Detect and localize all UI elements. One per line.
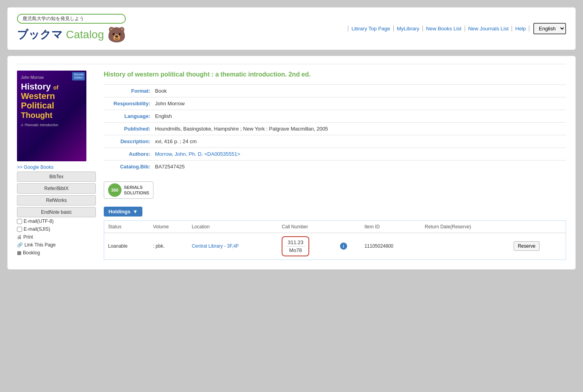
booklog-icon: ▦ (17, 250, 21, 256)
call-number-box: 311.23 Mo78 (282, 236, 309, 256)
published-row: Published: Houndmills, Basingstoke, Hamp… (104, 122, 566, 135)
email-sjis-label: E-mail(SJIS) (24, 226, 50, 232)
email-sjis-row[interactable]: E-mail(SJIS) (17, 225, 96, 233)
responsibility-label: Responsibility: (104, 97, 155, 110)
language-row: Language: English (104, 110, 566, 122)
metadata-table: Format: Book Responsibility: John Morrow… (104, 84, 566, 173)
logo-area: 鹿児島大学の知を発見しよう ブックマCatalog 🐻 (17, 14, 126, 43)
catalog-bib-value: BA72547425 (155, 160, 566, 173)
nav-mylibrary[interactable]: MyLibrary (394, 26, 423, 32)
email-sjis-checkbox[interactable] (17, 227, 22, 232)
description-label: Description: (104, 135, 155, 147)
authors-link[interactable]: Morrow, John, Ph. D. <DA00535551> (155, 151, 240, 157)
logo-text: ブックマ (17, 27, 63, 42)
col-call-number: Call Number (278, 220, 336, 233)
refer-bibix-button[interactable]: Refer/BibIX (17, 183, 96, 194)
link-icon: 🔗 (17, 242, 23, 248)
email-utf8-checkbox[interactable] (17, 219, 22, 224)
description-value: xvi, 416 p. ; 24 cm (155, 135, 566, 147)
call-number-line2: Mo78 (286, 246, 305, 254)
logo-bear-icon: 🐻 (107, 26, 126, 43)
bibtex-button[interactable]: BibTex (17, 172, 96, 182)
published-value: Houndmills, Basingstoke, Hampshire ; New… (155, 122, 566, 135)
book-cover-political: Political (21, 101, 54, 110)
nav-new-books[interactable]: New Books List (423, 26, 465, 32)
header-card: 鹿児島大学の知を発見しよう ブックマCatalog 🐻 Library Top … (7, 7, 576, 50)
book-cover-thought: Thought (21, 111, 52, 120)
print-label: Print (23, 234, 33, 240)
serials-circle: 360 (108, 183, 121, 197)
format-row: Format: Book (104, 84, 566, 97)
format-label: Format: (104, 84, 155, 97)
booklog-label: Booklog (23, 250, 40, 256)
book-cover-tagline: A Thematic Introduction (21, 123, 58, 127)
holdings-volume: : pbk. (149, 233, 188, 259)
holdings-header[interactable]: Holdings ▼ (104, 207, 142, 217)
description-row: Description: xvi, 416 p. ; 24 cm (104, 135, 566, 147)
detail-area: History of western political thought : a… (104, 71, 566, 260)
book-cover: Second Edition John Morrow History of We… (17, 71, 86, 161)
endnote-basic-button[interactable]: EndNote basic (17, 207, 96, 217)
serials-text: SERIALS SOLUTIONS (124, 185, 149, 196)
col-action (510, 220, 566, 233)
language-select[interactable]: English 日本語 (533, 23, 566, 34)
reserve-button[interactable]: Reserve (514, 241, 540, 251)
nav-library-top[interactable]: Library Top Page (348, 26, 394, 32)
link-this-page-row[interactable]: 🔗 Link This Page (17, 241, 96, 249)
call-number-line1: 311.23 (286, 239, 305, 246)
booklog-row[interactable]: ▦ Booklog (17, 249, 96, 257)
book-cover-badge: Second Edition (72, 72, 85, 80)
info-icon[interactable]: i (340, 243, 347, 250)
authors-label: Authors: (104, 147, 155, 160)
location-link[interactable]: Central Library - 3F,4F (192, 243, 239, 249)
content-area: Second Edition John Morrow History of We… (17, 71, 566, 260)
language-value: English (155, 110, 566, 122)
col-location: Location (188, 220, 278, 233)
link-this-page-label: Link This Page (24, 242, 56, 248)
book-title-heading: History of western political thought : a… (104, 71, 566, 79)
authors-row: Authors: Morrow, John, Ph. D. <DA0053555… (104, 147, 566, 160)
language-label: Language: (104, 110, 155, 122)
holdings-item-id: 11105024800 (361, 233, 421, 259)
col-return-date: Return Date(Reserve) (421, 220, 510, 233)
authors-value: Morrow, John, Ph. D. <DA00535551> (155, 147, 566, 160)
book-cover-author: John Morrow (21, 75, 44, 80)
logo-bubble: 鹿児島大学の知を発見しよう (17, 14, 126, 24)
catalog-bib-row: Catalog.Bib: BA72547425 (104, 160, 566, 173)
format-value: Book (155, 84, 566, 97)
catalog-bib-label: Catalog.Bib: (104, 160, 155, 173)
email-utf8-row[interactable]: E-mail(UTF-8) (17, 217, 96, 225)
col-item-id: Item ID (361, 220, 421, 233)
nav-help[interactable]: Help (512, 26, 529, 32)
main-card: Second Edition John Morrow History of We… (7, 56, 576, 270)
holdings-info-icon-cell: i (336, 233, 361, 259)
published-label: Published: (104, 122, 155, 135)
holdings-dropdown-icon: ▼ (133, 209, 138, 215)
logo-catalog: Catalog (66, 28, 104, 41)
serials-solutions-button[interactable]: 360 SERIALS SOLUTIONS (104, 181, 153, 199)
holdings-row: Loanable : pbk. Central Library - 3F,4F … (104, 233, 566, 259)
refworks-button[interactable]: RefWorks (17, 195, 96, 205)
holdings-return-date (421, 233, 510, 259)
print-row[interactable]: 🖨 Print (17, 233, 96, 241)
book-cover-subtitle: Western (21, 91, 55, 101)
header-nav: Library Top Page MyLibrary New Books Lis… (348, 23, 566, 34)
holdings-status: Loanable (104, 233, 149, 259)
responsibility-value: John Morrow (155, 97, 566, 110)
holdings-call-number-cell: 311.23 Mo78 (278, 233, 336, 259)
holdings-location: Central Library - 3F,4F (188, 233, 278, 259)
holdings-header-row: Status Volume Location Call Number Item … (104, 220, 566, 233)
book-cover-title: History of (21, 82, 58, 91)
col-volume: Volume (149, 220, 188, 233)
lang-select-wrapper: English 日本語 (533, 23, 566, 34)
email-utf8-label: E-mail(UTF-8) (24, 218, 54, 224)
holdings-table: Status Volume Location Call Number Item … (104, 220, 566, 260)
google-books-link[interactable]: >> Google Books (17, 164, 96, 170)
nav-new-journals[interactable]: New Journals List (465, 26, 512, 32)
col-status: Status (104, 220, 149, 233)
holdings-reserve-cell: Reserve (510, 233, 566, 259)
left-sidebar: Second Edition John Morrow History of We… (17, 71, 96, 260)
responsibility-row: Responsibility: John Morrow (104, 97, 566, 110)
holdings-label: Holdings (108, 209, 131, 215)
col-empty (336, 220, 361, 233)
